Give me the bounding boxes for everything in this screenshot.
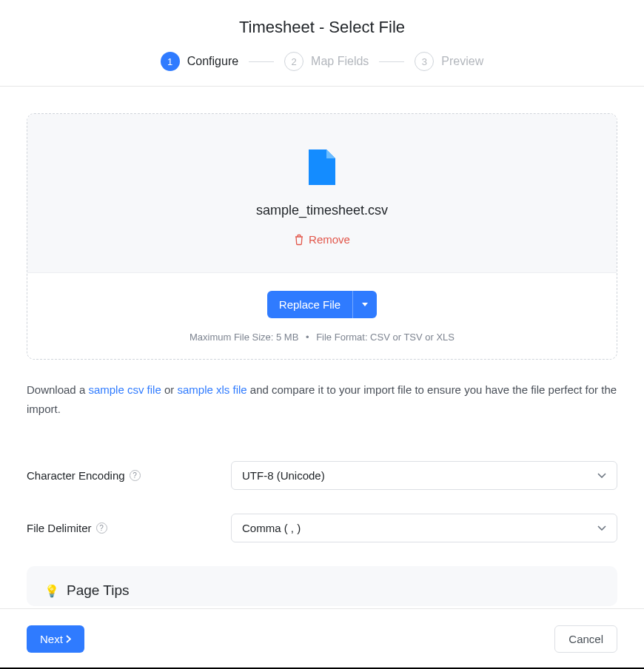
trash-icon (294, 234, 304, 246)
footer-bar: Next Cancel (0, 608, 644, 669)
step-separator (249, 61, 274, 62)
content-area: sample_timesheet.csv Remove Replace File… (0, 87, 644, 606)
chevron-right-icon (66, 635, 71, 643)
remove-file-button[interactable]: Remove (294, 233, 350, 246)
help-icon[interactable]: ? (130, 470, 141, 481)
remove-label: Remove (309, 233, 350, 246)
hint-size: Maximum File Size: 5 MB (189, 332, 298, 343)
replace-button-group: Replace File (267, 291, 377, 318)
step-map-fields: 2 Map Fields (284, 52, 369, 71)
caret-down-icon (362, 303, 368, 306)
step-number: 2 (284, 52, 303, 71)
encoding-label: Character Encoding ? (27, 469, 231, 482)
import-options: Character Encoding ? UTF-8 (Unicode) Fil… (27, 461, 617, 542)
sample-csv-link[interactable]: sample csv file (88, 383, 161, 396)
step-label: Preview (441, 55, 483, 68)
chevron-down-icon (597, 473, 606, 478)
file-icon (309, 149, 335, 185)
replace-file-dropdown[interactable] (352, 291, 377, 318)
page-title: Timesheet - Select File (0, 18, 644, 37)
step-label: Map Fields (311, 55, 369, 68)
uploaded-file-name: sample_timesheet.csv (256, 203, 388, 218)
download-sample-text: Download a sample csv file or sample xls… (27, 380, 617, 418)
upload-preview: sample_timesheet.csv Remove (27, 114, 617, 272)
lightbulb-icon: 💡 (44, 584, 59, 598)
encoding-select[interactable]: UTF-8 (Unicode) (231, 461, 617, 490)
step-label: Configure (187, 55, 238, 68)
delimiter-row: File Delimiter ? Comma ( , ) (27, 514, 617, 542)
replace-file-button[interactable]: Replace File (267, 291, 352, 318)
delimiter-select[interactable]: Comma ( , ) (231, 514, 617, 542)
encoding-value: UTF-8 (Unicode) (242, 469, 325, 482)
next-button[interactable]: Next (27, 625, 84, 653)
page-header: Timesheet - Select File 1 Configure 2 Ma… (0, 0, 644, 87)
step-configure[interactable]: 1 Configure (161, 52, 238, 71)
step-separator (379, 61, 404, 62)
encoding-row: Character Encoding ? UTF-8 (Unicode) (27, 461, 617, 490)
step-number: 3 (415, 52, 434, 71)
hint-separator: • (306, 332, 309, 343)
cancel-button[interactable]: Cancel (554, 625, 617, 653)
tips-title: Page Tips (67, 582, 130, 599)
upload-card: sample_timesheet.csv Remove Replace File… (27, 113, 617, 360)
upload-hints: Maximum File Size: 5 MB • File Format: C… (189, 332, 455, 343)
step-number: 1 (161, 52, 180, 71)
sample-xls-link[interactable]: sample xls file (177, 383, 246, 396)
upload-actions: Replace File Maximum File Size: 5 MB • F… (27, 272, 617, 359)
hint-format: File Format: CSV or TSV or XLS (316, 332, 455, 343)
stepper: 1 Configure 2 Map Fields 3 Preview (0, 52, 644, 71)
help-icon[interactable]: ? (96, 522, 107, 534)
delimiter-label: File Delimiter ? (27, 522, 231, 534)
step-preview: 3 Preview (415, 52, 483, 71)
chevron-down-icon (597, 525, 606, 531)
delimiter-value: Comma ( , ) (242, 522, 301, 534)
page-tips-card: 💡 Page Tips (27, 566, 617, 606)
